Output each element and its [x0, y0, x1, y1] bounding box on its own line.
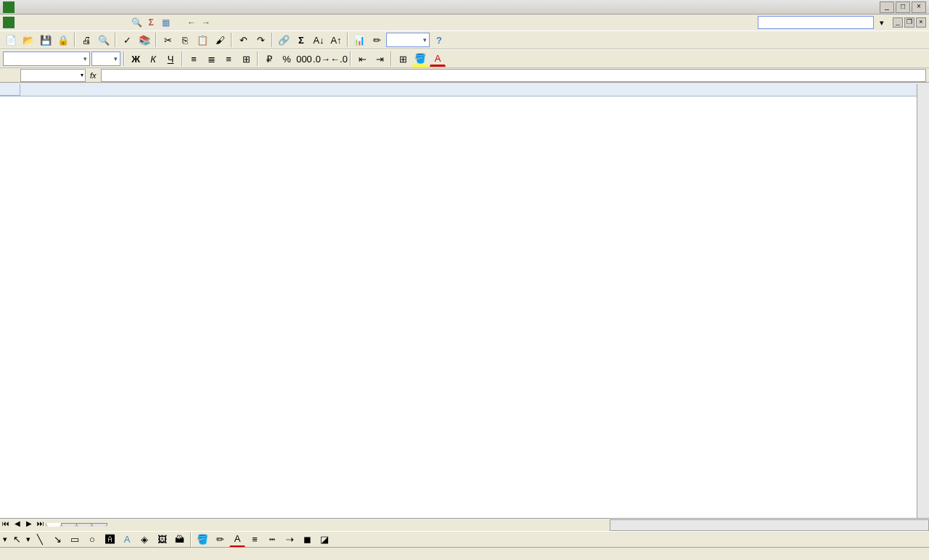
3d-icon[interactable]: ◪: [316, 532, 332, 548]
autoshapes-menu[interactable]: ▾: [26, 535, 30, 544]
arrow-icon[interactable]: ↘: [49, 532, 65, 548]
decrease-decimal-icon[interactable]: ←.0: [331, 51, 347, 67]
fx-icon[interactable]: fx: [90, 71, 97, 80]
new-icon[interactable]: 📄: [3, 32, 19, 48]
tab-prev[interactable]: ◀: [12, 519, 23, 531]
print-icon[interactable]: 🖨: [78, 32, 94, 48]
sheet-tab-active[interactable]: [46, 523, 62, 527]
redo-icon[interactable]: ↷: [253, 32, 269, 48]
bold-button[interactable]: Ж: [128, 51, 144, 67]
excel-doc-icon[interactable]: [3, 17, 15, 28]
special-paste-icon[interactable]: ▦: [160, 17, 171, 28]
picture-icon[interactable]: 🏔: [171, 532, 187, 548]
print-preview-icon[interactable]: 🔍: [96, 32, 112, 48]
tab-next[interactable]: ▶: [23, 519, 35, 531]
copy-icon[interactable]: ⎘: [177, 32, 193, 48]
select-all-corner[interactable]: [0, 84, 20, 96]
dash-style-icon[interactable]: ┅: [264, 532, 280, 548]
line-color-icon[interactable]: ✏: [212, 532, 228, 548]
textbox-icon[interactable]: 🅰: [102, 532, 118, 548]
hyperlink-icon[interactable]: 🔗: [276, 32, 292, 48]
align-center-icon[interactable]: ≣: [203, 51, 219, 67]
menu-file[interactable]: [20, 21, 29, 24]
sheet-tab-1[interactable]: [61, 523, 77, 527]
size-select[interactable]: [91, 52, 120, 66]
permission-icon[interactable]: 🔒: [55, 32, 71, 48]
sort-asc-icon[interactable]: A↓: [311, 32, 327, 48]
line-icon[interactable]: ╲: [32, 532, 48, 548]
chart-icon[interactable]: 📊: [351, 32, 367, 48]
menu-format[interactable]: [67, 21, 75, 24]
doc-restore[interactable]: ❐: [904, 17, 914, 28]
tab-first[interactable]: ⏮: [0, 519, 12, 531]
select-objects-icon[interactable]: ↖: [9, 532, 25, 548]
arrow-right-icon[interactable]: →: [200, 17, 212, 28]
tab-last[interactable]: ⏭: [35, 519, 46, 531]
doc-close[interactable]: ×: [916, 17, 926, 28]
paste-icon[interactable]: 📋: [195, 32, 210, 48]
increase-indent-icon[interactable]: ⇥: [372, 51, 388, 67]
cut-icon[interactable]: ✂: [160, 32, 176, 48]
horizontal-scrollbar[interactable]: [610, 519, 929, 531]
spreadsheet-grid[interactable]: [0, 84, 929, 518]
decrease-indent-icon[interactable]: ⇤: [354, 51, 370, 67]
format-painter-icon[interactable]: 🖌: [212, 32, 228, 48]
help-question-input[interactable]: [758, 16, 874, 29]
rectangle-icon[interactable]: ▭: [67, 532, 83, 548]
open-icon[interactable]: 📂: [20, 32, 36, 48]
comma-icon[interactable]: 000: [296, 51, 312, 67]
column-headers: [0, 84, 929, 96]
menu-help[interactable]: [113, 21, 122, 24]
borders-icon[interactable]: ⊞: [395, 51, 411, 67]
menu-edit[interactable]: [32, 21, 41, 24]
align-left-icon[interactable]: ≡: [186, 51, 202, 67]
increase-decimal-icon[interactable]: .0→: [314, 51, 330, 67]
diagram-icon[interactable]: ◈: [136, 532, 152, 548]
italic-button[interactable]: К: [145, 51, 161, 67]
undo-icon[interactable]: ↶: [235, 32, 251, 48]
arrow-style-icon[interactable]: ⇢: [282, 532, 298, 548]
vertical-scrollbar[interactable]: [917, 84, 929, 518]
help-icon[interactable]: ?: [431, 32, 447, 48]
sum-icon[interactable]: Σ: [145, 17, 157, 28]
font-color-icon[interactable]: A: [430, 51, 446, 67]
percent-icon[interactable]: %: [279, 51, 295, 67]
menu-data[interactable]: [90, 21, 99, 24]
name-box[interactable]: [20, 69, 86, 82]
font-select[interactable]: [3, 52, 90, 66]
maximize-button[interactable]: □: [896, 1, 910, 13]
minimize-button[interactable]: _: [880, 1, 894, 13]
align-right-icon[interactable]: ≡: [221, 51, 237, 67]
menu-insert[interactable]: [55, 21, 64, 24]
underline-button[interactable]: Ч: [163, 51, 179, 67]
fill-icon[interactable]: 🪣: [195, 532, 210, 548]
arrow-left-icon[interactable]: ←: [186, 17, 197, 28]
doc-minimize[interactable]: _: [893, 17, 903, 28]
autosum-icon[interactable]: Σ: [293, 32, 309, 48]
sort-desc-icon[interactable]: A↑: [328, 32, 344, 48]
menu-view[interactable]: [44, 21, 52, 24]
special-paste-menu[interactable]: [174, 21, 183, 24]
fill-color-icon[interactable]: 🪣: [412, 51, 428, 67]
close-button[interactable]: ×: [912, 1, 926, 13]
drawing-icon[interactable]: ✏: [369, 32, 385, 48]
draw-actions-menu[interactable]: ▾: [3, 535, 7, 544]
clipart-icon[interactable]: 🖼: [154, 532, 170, 548]
formula-input[interactable]: [101, 69, 926, 82]
line-style-icon[interactable]: ≡: [247, 532, 263, 548]
font-color2-icon[interactable]: A: [229, 532, 245, 548]
spellcheck-icon[interactable]: ✓: [119, 32, 135, 48]
binoculars-icon[interactable]: 🔍: [131, 17, 142, 28]
currency-icon[interactable]: ₽: [261, 51, 277, 67]
wordart-icon[interactable]: A: [119, 532, 135, 548]
sheet-tab-2[interactable]: [76, 523, 92, 527]
shadow-icon[interactable]: ◼: [299, 532, 315, 548]
zoom-select[interactable]: [386, 33, 430, 47]
sheet-tab-3[interactable]: [91, 523, 107, 527]
menu-window[interactable]: [102, 21, 110, 24]
save-icon[interactable]: 💾: [38, 32, 54, 48]
research-icon[interactable]: 📚: [136, 32, 152, 48]
merge-icon[interactable]: ⊞: [238, 51, 254, 67]
menu-tools[interactable]: [78, 21, 87, 24]
oval-icon[interactable]: ○: [84, 532, 100, 548]
